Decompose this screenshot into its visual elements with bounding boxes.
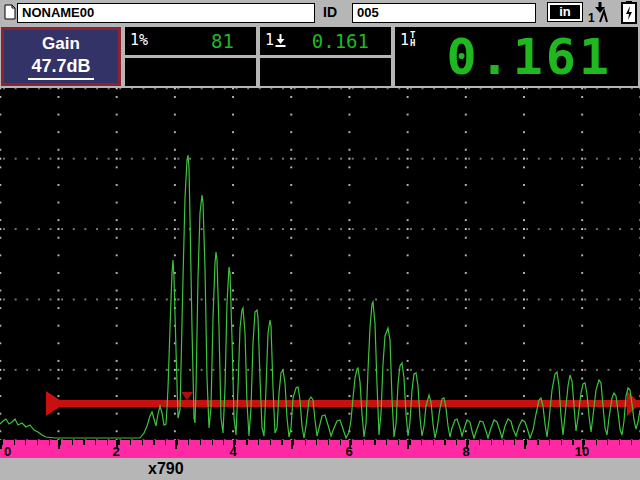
bottom-status-bar: x790	[0, 458, 640, 480]
filename-field[interactable]: NONAME00	[17, 3, 315, 23]
top-hold-stack: T H	[410, 31, 415, 47]
gate1-amplitude-label: 1%	[130, 31, 148, 49]
battery-charging-icon	[620, 1, 638, 24]
empty-cell	[125, 58, 256, 86]
ruler-number: 0	[4, 444, 11, 459]
ruler-number: 8	[462, 444, 469, 459]
header-bar: NONAME00 ID 005 in 1	[0, 0, 640, 26]
measurement-box-main: 1 T H 0.161	[395, 27, 638, 86]
measurement-box-amplitude: 1% 81	[125, 27, 256, 86]
id-label: ID	[323, 4, 337, 20]
id-field[interactable]: 005	[352, 3, 536, 23]
gate1-amplitude-value: 81	[211, 30, 234, 52]
depth-arrow-icon	[275, 34, 286, 47]
ascan-plot-area	[0, 88, 640, 440]
gate1-th-label: 1	[400, 31, 409, 49]
ruler-number: 6	[345, 444, 352, 459]
gate-trigger-marker	[181, 392, 193, 400]
main-reading-value: 0.161	[446, 29, 612, 85]
svg-text:1: 1	[588, 11, 595, 24]
horizontal-scale-ruler: 0246810	[0, 440, 640, 458]
ruler-major-ticks	[0, 440, 640, 449]
ruler-number: 4	[229, 444, 236, 459]
compression-factor-label: x790	[148, 460, 184, 478]
empty-cell	[260, 58, 391, 86]
ruler-number: 10	[575, 444, 589, 459]
units-badge: in	[547, 2, 583, 22]
peak-memory-icon: 1	[587, 1, 613, 24]
measurement-box-depth: 1 0.161	[260, 27, 391, 86]
gate-left-cap	[46, 391, 65, 416]
gate1-depth-label: 1	[265, 31, 274, 49]
ascan-svg	[0, 88, 640, 440]
file-icon	[4, 4, 16, 20]
units-label: in	[548, 3, 582, 21]
ascan-trace	[0, 155, 640, 438]
flaw-detector-screen: NONAME00 ID 005 in 1 Gain 47.7dB 1% 81	[0, 0, 640, 480]
gate1-depth-value: 0.161	[312, 30, 369, 52]
gain-label: Gain	[4, 34, 118, 54]
measurement-row: Gain 47.7dB 1% 81 1 0.161	[0, 27, 640, 86]
gain-value: 47.7dB	[28, 56, 93, 80]
ruler-number: 2	[112, 444, 119, 459]
gain-control[interactable]: Gain 47.7dB	[1, 27, 121, 86]
